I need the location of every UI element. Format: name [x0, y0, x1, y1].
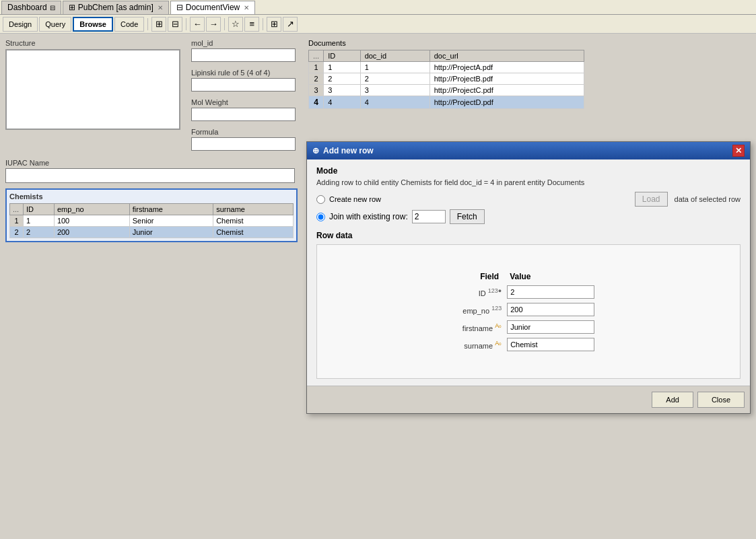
doc-docid-4: 4 [360, 96, 429, 109]
fetch-button[interactable]: Fetch [450, 209, 485, 224]
close-button[interactable]: Close [697, 392, 745, 408]
left-panel: Structure mol_id Lipinski rule of 5 (4 o… [0, 34, 303, 539]
left-fields: mol_id Lipinski rule of 5 (4 of 4) Mol W… [191, 39, 296, 155]
arrow-right-icon[interactable]: → [206, 17, 221, 32]
fv-firstname-label: firstname A₀ [460, 318, 504, 336]
table-row[interactable]: 1 1 1 http://ProjectA.pdf [309, 62, 584, 73]
join-value-input[interactable] [412, 210, 446, 223]
doc-id-1: 1 [324, 62, 360, 73]
code-button[interactable]: Code [114, 17, 144, 32]
table-row[interactable]: 4 4 4 http://ProjectD.pdf [309, 96, 584, 109]
dialog-title: ⊕ Add new row [312, 146, 374, 155]
row-data-label: Row data [316, 231, 741, 240]
doc-rownum-4: 4 [309, 96, 324, 109]
tab-documentview-close[interactable]: ✕ [244, 4, 249, 11]
iupac-label: IUPAC Name [5, 159, 298, 167]
grid-icon[interactable]: ⊞ [267, 17, 281, 32]
join-existing-row-option: Join with existing row: Fetch [316, 209, 741, 224]
doc-docurl-3: http://ProjectC.pdf [429, 85, 584, 96]
firstname-type-badge: A₀ [495, 322, 502, 329]
design-button[interactable]: Design [3, 17, 38, 32]
tab-pubchem-close[interactable]: ✕ [158, 4, 163, 11]
toolbar-sep-4 [263, 18, 263, 30]
doc-docurl-1: http://ProjectA.pdf [429, 62, 584, 73]
molweight-input[interactable] [191, 108, 296, 121]
fv-surname-value-cell [504, 336, 597, 353]
load-button[interactable]: Load [635, 192, 668, 207]
arrow-left-icon[interactable]: ← [190, 17, 205, 32]
field-value-row: firstname A₀ [460, 318, 597, 336]
chemists-corner: ... [10, 204, 24, 215]
structure-box [5, 49, 180, 130]
toolbar: Design Query Browse Code ⊞ ⊟ ← → ☆ ≡ ⊞ ↗ [0, 15, 756, 34]
chemists-col-empno: emp_no [54, 204, 129, 215]
chemists-firstname-2: Junior [129, 227, 213, 238]
add-new-row-dialog: ⊕ Add new row ✕ Mode Adding row to child… [306, 141, 751, 414]
table-row[interactable]: 2 2 2 http://ProjectB.pdf [309, 73, 584, 85]
mol-id-input[interactable] [191, 48, 296, 62]
create-new-row-label: Create new row [329, 195, 381, 203]
table-row[interactable]: 2 2 200 Junior Chemist [10, 227, 294, 238]
fv-firstname-input[interactable] [507, 320, 594, 334]
fv-surname-label: surname A₀ [460, 336, 504, 353]
doc-docurl-4: http://ProjectD.pdf [429, 96, 584, 109]
lipinski-input[interactable] [191, 78, 296, 92]
chemists-ellipsis: ... [13, 205, 19, 213]
fv-empno-value-cell [504, 301, 597, 318]
doc-col-id: ID [324, 50, 360, 62]
add-button[interactable]: Add [652, 392, 693, 408]
doc-docid-3: 3 [360, 85, 429, 96]
doc-corner: ... [309, 50, 324, 62]
chemists-col-firstname: firstname [129, 204, 213, 215]
fv-empno-input[interactable] [507, 303, 594, 316]
doc-docid-2: 2 [360, 73, 429, 85]
doc-id-3: 3 [324, 85, 360, 96]
doc-col-docurl: doc_url [429, 50, 584, 62]
field-value-row: ID 123● [460, 283, 597, 301]
pubchem-icon: ⊞ [69, 3, 75, 12]
tab-documentview[interactable]: ⊟ DocumentView ✕ [170, 1, 255, 14]
tab-dashboard[interactable]: Dashboard ⊟ [1, 1, 61, 14]
create-new-row-radio[interactable] [316, 195, 325, 204]
load-data-label: data of selected row [675, 195, 741, 203]
chemists-section: Chemists ... ID emp_no firstname surname… [5, 188, 298, 242]
row-data-area: Field Value ID 123● emp_no 123 firstname… [316, 244, 741, 379]
formula-input[interactable] [191, 137, 296, 151]
star-icon[interactable]: ☆ [228, 17, 243, 32]
chemists-col-surname: surname [213, 204, 294, 215]
fv-surname-input[interactable] [507, 338, 594, 351]
field-value-row: surname A₀ [460, 336, 597, 353]
join-existing-row-radio[interactable] [316, 213, 325, 221]
fv-id-value-cell [504, 283, 597, 301]
id-type-badge: 123● [488, 287, 502, 294]
dialog-body: Mode Adding row to child entity Chemists… [307, 159, 750, 386]
toolbar-sep-2 [186, 18, 186, 30]
table-row[interactable]: 3 3 3 http://ProjectC.pdf [309, 85, 584, 96]
browse-button[interactable]: Browse [73, 17, 113, 32]
table-icon[interactable]: ⊞ [151, 17, 166, 32]
dialog-close-button[interactable]: ✕ [732, 145, 745, 157]
query-button[interactable]: Query [39, 17, 71, 32]
fv-id-input[interactable] [507, 285, 594, 299]
fv-firstname-value-cell [504, 318, 597, 336]
doc-rownum-2: 2 [309, 73, 324, 85]
fv-id-label: ID 123● [460, 283, 504, 301]
list-icon[interactable]: ≡ [244, 17, 259, 32]
formula-group: Formula [191, 128, 296, 151]
field-value-row: emp_no 123 [460, 301, 597, 318]
mode-label: Mode [316, 166, 741, 176]
iupac-input[interactable] [5, 168, 295, 183]
value-col-header: Value [504, 270, 597, 283]
export-icon[interactable]: ↗ [283, 17, 298, 32]
documentview-icon: ⊟ [176, 3, 183, 12]
chemists-empno-1: 100 [54, 215, 129, 227]
formula-label: Formula [191, 128, 296, 136]
form-icon[interactable]: ⊟ [168, 17, 182, 32]
mol-id-group: mol_id [191, 39, 296, 62]
field-value-table: Field Value ID 123● emp_no 123 firstname… [460, 270, 597, 353]
chemists-rownum-1: 1 [10, 215, 24, 227]
dialog-footer: Add Close [307, 386, 750, 413]
tab-pubchem[interactable]: ⊞ PubChem [as admin] ✕ [63, 1, 169, 14]
chemists-surname-1: Chemist [213, 215, 294, 227]
table-row[interactable]: 1 1 100 Senior Chemist [10, 215, 294, 227]
